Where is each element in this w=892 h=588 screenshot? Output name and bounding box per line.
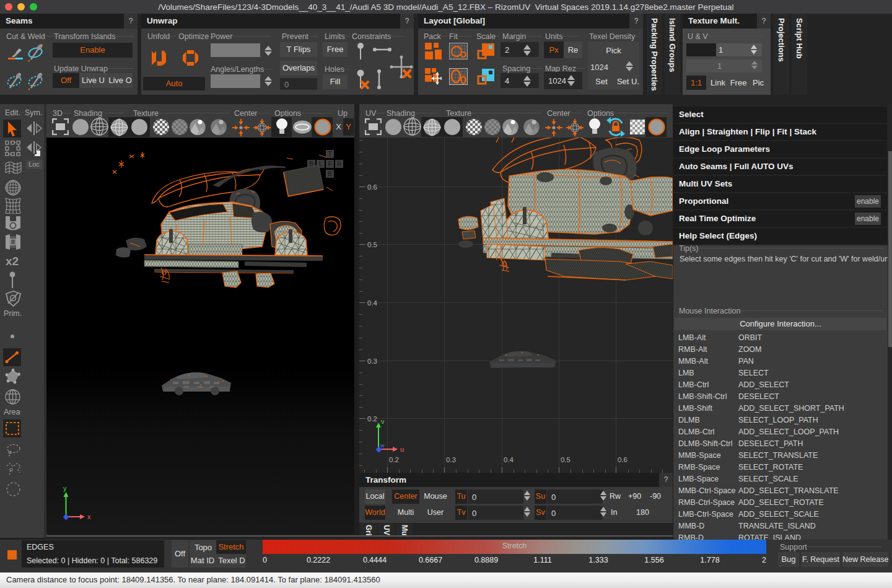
svg-text:L: L [319, 160, 323, 167]
svg-text:R: R [337, 160, 341, 167]
svg-text:B: B [328, 170, 332, 177]
svg-text:0.5: 0.5 [367, 241, 377, 248]
svg-text:0.4: 0.4 [367, 299, 378, 307]
svg-text:v: v [381, 418, 385, 425]
svg-text:0.3: 0.3 [367, 358, 377, 365]
svg-text:y: y [63, 485, 67, 492]
svg-text:F: F [328, 160, 331, 167]
svg-text:w: w [380, 442, 385, 449]
svg-text:0.6: 0.6 [618, 456, 627, 463]
svg-text:T: T [328, 151, 331, 157]
svg-text:0.5: 0.5 [561, 456, 571, 463]
svg-text:x: x [87, 513, 91, 520]
svg-text:0.2: 0.2 [367, 415, 377, 423]
svg-text:0.6: 0.6 [367, 183, 377, 191]
svg-text:0.3: 0.3 [446, 456, 456, 463]
svg-text:u: u [400, 445, 404, 453]
svg-text:0.4: 0.4 [504, 456, 514, 463]
svg-text:0.2: 0.2 [389, 456, 399, 463]
